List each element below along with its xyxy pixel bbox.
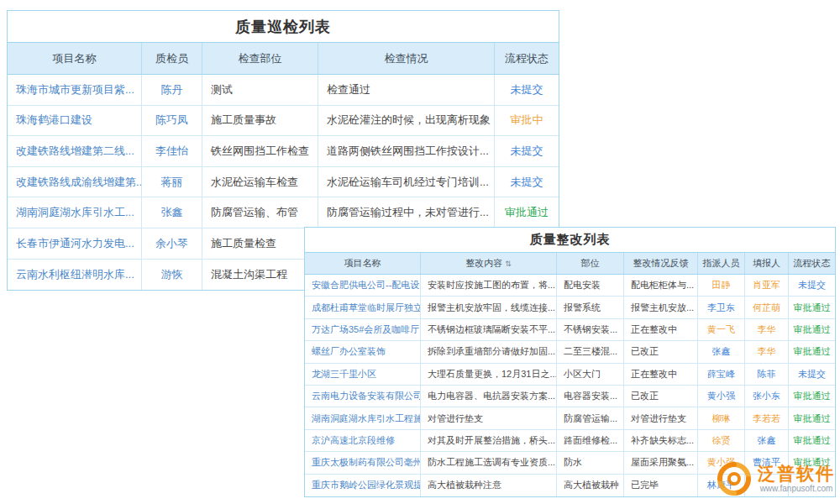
project-name-cell[interactable]: 长春市伊通河水力发电... [8, 228, 142, 259]
inspection-situation-cell: 水泥砼运输车司机经过专门培训... [318, 167, 495, 197]
rectify-content-cell: 电力电容器、电抗器安装方案... [421, 386, 557, 407]
project-name-cell[interactable]: 云南电力设备安装有限公司20... [305, 386, 421, 407]
project-name-cell[interactable]: 珠海市城市更新项目紫... [8, 75, 142, 105]
part-cell: 高大植被栽种 [557, 475, 624, 496]
project-name-cell[interactable]: 重庆太极制药有限公司毫州中... [305, 452, 421, 473]
process-status-cell: 审批通过 [789, 319, 835, 340]
inspection-list-title: 质量巡检列表 [8, 11, 559, 43]
table-row[interactable]: 京沪高速北京段维修 对其及时开展整治措施，桥头... 路面维修检... 补齐缺失… [305, 430, 835, 452]
process-status-cell: 未提交 [495, 75, 559, 105]
process-status-cell: 审批通过 [789, 386, 835, 407]
process-status-cell: 审批通过 [789, 341, 835, 362]
process-status-cell: 未提交 [789, 364, 835, 385]
rectification-list-panel: 质量整改列表 项目名称 整改内容 ⇅ 部位 整改情况反馈 指派人员 填报人 流程… [304, 227, 836, 497]
inspection-part-cell: 测试 [202, 75, 318, 105]
column-header-label: 整改内容 [465, 257, 502, 270]
table-row[interactable]: 改建铁路线成渝线增建第... 蒋丽 水泥砼运输车检查 水泥砼运输车司机经过专门培… [8, 167, 559, 198]
project-name-cell[interactable]: 珠海鹤港口建设 [8, 106, 142, 136]
part-cell: 防水 [557, 452, 624, 473]
part-cell: 小区大门 [557, 364, 624, 385]
assignee-cell: 薛宝峰 [698, 364, 745, 385]
part-cell: 电容器安装... [557, 386, 624, 407]
inspector-cell: 张鑫 [142, 197, 202, 228]
table-row[interactable]: 湖南洞庭湖水库引水工程施工标 对管进行垫支 防腐管运输... 对管进行垫支 柳琳… [305, 407, 835, 429]
table-row[interactable]: 安徽合肥供电公司--配电设备... 安装时应按施工图的布置，将... 配电安装 … [305, 275, 835, 297]
part-cell: 路面维修检... [557, 430, 624, 451]
inspection-situation-cell: 检查通过 [318, 75, 495, 105]
filler-cell: 张小东 [745, 386, 789, 407]
inspection-part-cell: 施工质量事故 [202, 106, 318, 136]
inspector-cell: 蒋丽 [142, 167, 202, 197]
table-row[interactable]: 螺丝厂办公室装饰 拆除到承重墙部分请做好加固... 二至三楼混... 已改正 张… [305, 341, 835, 363]
filler-cell: 李华 [745, 319, 789, 340]
column-header-filler: 填报人 [745, 253, 789, 274]
column-header-feedback: 整改情况反馈 [624, 253, 698, 274]
feedback-cell: 已改正 [624, 386, 698, 407]
column-header-process-status: 流程状态 [789, 253, 835, 274]
project-name-cell[interactable]: 湖南洞庭湖水库引水工... [8, 197, 142, 228]
project-name-cell[interactable]: 改建铁路线增建第二线... [8, 136, 142, 166]
inspection-part-cell: 防腐管运输、布管 [202, 197, 318, 228]
table-row[interactable]: 珠海市城市更新项目紫... 陈丹 测试 检查通过 未提交 [8, 75, 559, 106]
project-name-cell[interactable]: 云南水利枢纽潜明水库... [8, 260, 142, 291]
fanpu-logo-icon [716, 460, 753, 497]
column-header-project-name: 项目名称 [305, 253, 421, 274]
inspection-part-cell: 施工质量检查 [202, 228, 318, 259]
feedback-cell: 正在整改中 [624, 319, 698, 340]
inspection-part-cell: 铁丝网围挡工作检查 [202, 136, 318, 166]
rectification-table-header: 项目名称 整改内容 ⇅ 部位 整改情况反馈 指派人员 填报人 流程状态 [305, 253, 835, 275]
project-name-cell[interactable]: 湖南洞庭湖水库引水工程施工标 [305, 407, 421, 428]
column-header-inspector: 质检员 [142, 43, 202, 74]
assignee-cell: 柳琳 [698, 407, 745, 428]
project-name-cell[interactable]: 安徽合肥供电公司--配电设备... [305, 275, 421, 296]
inspection-situation-cell: 水泥砼灌注的时候，出现离析现象 [318, 106, 495, 136]
project-name-cell[interactable]: 万达广场35#会所及咖啡厅空... [305, 319, 421, 340]
inspection-part-cell: 混凝土沟渠工程 [202, 260, 318, 291]
table-row[interactable]: 龙湖三千里小区 大理石质量更换，12月31日之... 小区大门 正在整改中 薛宝… [305, 364, 835, 386]
table-row[interactable]: 成都杜甫草堂临时展厅独立展... 报警主机安放牢固，线缆连接... 报警系统 报… [305, 297, 835, 318]
feedback-cell: 配电柜柜体与... [624, 275, 698, 296]
rectify-content-cell: 不锈钢边框玻璃隔断安装不平... [421, 319, 557, 340]
table-row[interactable]: 湖南洞庭湖水库引水工... 张鑫 防腐管运输、布管 防腐管运输过程中，未对管进行… [8, 197, 559, 228]
process-status-cell: 审批通过 [495, 197, 559, 228]
table-row[interactable]: 珠海鹤港口建设 陈巧凤 施工质量事故 水泥砼灌注的时候，出现离析现象 审批中 [8, 106, 559, 137]
sort-icon[interactable]: ⇅ [505, 260, 512, 268]
process-status-cell: 审批通过 [789, 407, 835, 428]
table-row[interactable]: 改建铁路线增建第二线... 李佳怡 铁丝网围挡工作检查 道路两侧铁丝网围挡工作按… [8, 136, 559, 167]
filler-cell: 肖亚军 [745, 275, 789, 296]
rectification-list-title: 质量整改列表 [305, 228, 835, 253]
assignee-cell: 黄小强 [698, 386, 745, 407]
process-status-cell: 未提交 [789, 275, 835, 296]
table-row[interactable]: 云南电力设备安装有限公司20... 电力电容器、电抗器安装方案... 电容器安装… [305, 386, 835, 407]
project-name-cell[interactable]: 京沪高速北京段维修 [305, 430, 421, 451]
part-cell: 配电安装 [557, 275, 624, 296]
rectify-content-cell: 高大植被栽种注意 [421, 475, 557, 496]
inspection-situation-cell: 道路两侧铁丝网围挡工作按设计... [318, 136, 495, 166]
project-name-cell[interactable]: 螺丝厂办公室装饰 [305, 341, 421, 362]
inspector-cell: 余小琴 [142, 228, 202, 259]
column-header-project-name: 项目名称 [8, 43, 142, 74]
assignee-cell: 李卫东 [698, 297, 745, 318]
column-header-part: 部位 [557, 253, 624, 274]
watermark-brand: 泛普软件 [758, 464, 835, 484]
project-name-cell[interactable]: 成都杜甫草堂临时展厅独立展... [305, 297, 421, 318]
column-header-process-status: 流程状态 [495, 43, 559, 74]
process-status-cell: 审批通过 [789, 430, 835, 451]
project-name-cell[interactable]: 重庆市鹅岭公园绿化景观提升... [305, 475, 421, 496]
process-status-cell: 未提交 [495, 136, 559, 166]
column-header-assignee: 指派人员 [698, 253, 745, 274]
filler-cell: 李华 [745, 341, 789, 362]
assignee-cell: 张鑫 [698, 341, 745, 362]
rectify-content-cell: 对其及时开展整治措施，桥头... [421, 430, 557, 451]
inspector-cell: 李佳怡 [142, 136, 202, 166]
fanpu-watermark: 泛普软件 www.fanpusoft.com [716, 460, 835, 497]
project-name-cell[interactable]: 改建铁路线成渝线增建第... [8, 167, 142, 197]
column-header-inspection-situation: 检查情况 [318, 43, 495, 74]
table-row[interactable]: 万达广场35#会所及咖啡厅空... 不锈钢边框玻璃隔断安装不平... 不锈钢安装… [305, 319, 835, 341]
rectify-content-cell: 拆除到承重墙部分请做好加固... [421, 341, 557, 362]
feedback-cell: 补齐缺失标志... [624, 430, 698, 451]
project-name-cell[interactable]: 龙湖三千里小区 [305, 364, 421, 385]
column-header-rectify-content[interactable]: 整改内容 ⇅ [421, 253, 557, 274]
feedback-cell: 屋面采用聚氨... [624, 452, 698, 473]
filler-cell: 陈菲 [745, 364, 789, 385]
